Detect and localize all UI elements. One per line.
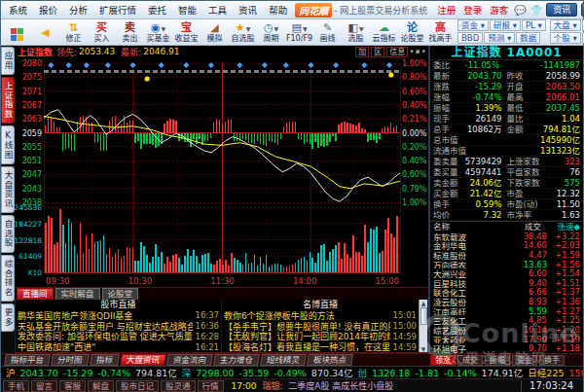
view-tab-板块热点[interactable]: 板块热点	[307, 354, 353, 366]
toolbar-button-资金[interactable]: 资金 ▾	[457, 19, 489, 31]
table-row[interactable]: 标准股份4.47+1.59	[430, 250, 583, 260]
sidebar-item-应用[interactable]: 应用	[1, 47, 15, 75]
col-price[interactable]: 成交	[505, 222, 541, 232]
status-link-留言[interactable]: 留言	[31, 380, 57, 392]
info-marker-icon[interactable]	[283, 62, 289, 68]
menu-item-委托[interactable]: 委托	[142, 3, 172, 17]
menu-item-智能[interactable]: 智能	[172, 3, 202, 17]
news-item[interactable]: 发改委答问: 加强环保电价监管 促进大气质量...16:28	[16, 332, 221, 342]
table-row[interactable]: 东软载波38.48+3.22	[430, 232, 583, 241]
correct-button[interactable]: ⇅修正	[59, 19, 88, 45]
info-marker-icon[interactable]	[333, 62, 339, 68]
menu-item-帮助[interactable]: 帮助	[263, 3, 293, 17]
sidebar-item-K线图[interactable]: K线图	[1, 125, 15, 164]
ranking-tab-换手[interactable]: 换手	[539, 355, 565, 366]
stock-picker-button[interactable]: ◧▼选股	[342, 19, 370, 45]
news-item[interactable]: 【无敌判官】让我们一起回顾2014年初的辉煌战...14:59	[222, 332, 419, 342]
chart-control-加[interactable]: 加	[355, 47, 369, 57]
watchlist-button[interactable]: ★▼自选股	[229, 19, 257, 45]
user-icon[interactable]: 👕	[530, 5, 542, 16]
info-marker-icon[interactable]	[105, 62, 111, 68]
ranking-header[interactable]: 名称成交涨速◆	[430, 221, 583, 232]
view-tab-主力增仓[interactable]: 主力增仓	[213, 354, 260, 366]
menu-item-资讯[interactable]: 资讯	[233, 3, 263, 17]
menu-item-报价[interactable]: 报价	[33, 3, 63, 17]
sidebar-item-更多[interactable]: 更多	[1, 303, 15, 332]
table-row[interactable]: 凌云股份8.93+1.36	[430, 297, 583, 306]
ranking-tab-成交[interactable]: 成交	[457, 355, 483, 366]
titlebar-button-资讯[interactable]: 资讯	[546, 3, 577, 17]
news-item[interactable]: 【股海名灯】看我直播是一种习惯，在这里，...14:59	[222, 341, 419, 352]
news-item[interactable]: 中国铁路加速"西进"16:21	[16, 341, 221, 352]
scroll-down-icon[interactable]: ▼	[421, 345, 426, 352]
toolbar-button-BBD[interactable]: BBD	[457, 32, 483, 44]
info-marker-icon[interactable]	[361, 62, 367, 68]
intraday-chart[interactable]: 20801.00%20750.80%20710.60%20670.40%2063…	[15, 57, 428, 276]
status-link-解盘[interactable]: 解盘	[88, 380, 114, 392]
shouyibao-button[interactable]: 宝收益宝	[172, 19, 201, 45]
scrollbar-thumb[interactable]	[420, 307, 427, 325]
simulate-button[interactable]: ◢模拟	[201, 19, 229, 45]
news-item[interactable]: 鹏华美国房地产领涨QDII基金16:37	[16, 310, 221, 321]
ranking-tab-振幅[interactable]: 振幅	[485, 355, 510, 366]
menu-item-扩展行情[interactable]: 扩展行情	[93, 3, 142, 17]
table-row[interactable]: 金利华电14.60+2.03	[430, 241, 583, 251]
account-link-游客[interactable]: 游客	[490, 3, 508, 17]
chart-control-区[interactable]: 区	[371, 47, 384, 57]
buy-fund-button[interactable]: ◉▼买基金	[144, 19, 172, 45]
f10-button[interactable]: ▤▼F10/F9	[285, 19, 313, 45]
table-row[interactable]: 亚太药业17.90+1.19	[430, 335, 583, 344]
table-row[interactable]: 综艺股份10.14+1.20	[430, 325, 583, 335]
account-link-登录[interactable]: 登录	[463, 3, 482, 17]
sidebar-item-大盘资讯[interactable]: 大盘资讯	[1, 166, 15, 213]
status-link-股市日记[interactable]: 股市日记	[116, 380, 159, 392]
col-change-sorted[interactable]: 涨速◆	[541, 222, 580, 232]
view-tab-大盘资讯[interactable]: 大盘资讯	[120, 354, 166, 366]
table-row[interactable]: 万向德农13.63+1.56	[430, 260, 583, 269]
toolbar-button-数据[interactable]: 数据	[516, 32, 540, 44]
menu-item-工具[interactable]: 工具	[202, 3, 233, 17]
chat-icon[interactable]: 💬	[514, 5, 526, 16]
view-tab-分时图[interactable]: 分时图	[51, 354, 89, 366]
view-tab-指标平台[interactable]: 指标平台	[4, 354, 51, 366]
status-link-行情[interactable]: 行情	[198, 380, 224, 392]
sidebar-item-上证指数[interactable]: 上证指数	[1, 77, 15, 124]
drawline-button[interactable]: ✎画线	[313, 19, 342, 45]
chart-control-icon[interactable]: ▾	[421, 48, 425, 55]
table-row[interactable]: 环旭电子9.70+1.18	[430, 343, 583, 353]
sidebar-item-综合排名[interactable]: 综合排名	[1, 255, 15, 302]
toolbar-button-个股[interactable]: 个股 ▾	[550, 32, 581, 44]
menu-item-分析[interactable]: 分析	[63, 3, 93, 17]
scroll-up-icon[interactable]: ▲	[421, 300, 426, 306]
cloud-indicator-button[interactable]: ☁云指标	[370, 19, 398, 45]
info-marker-icon[interactable]	[66, 62, 72, 68]
menu-item-系统[interactable]: 系统	[3, 3, 33, 17]
view-tab-资金流向[interactable]: 资金流向	[166, 354, 213, 366]
view-tab-短线精灵[interactable]: 短线精灵	[260, 354, 307, 366]
col-name[interactable]: 名称	[433, 222, 505, 232]
chart-control-icon[interactable]: ▪	[416, 48, 420, 55]
news-item[interactable]: 【杀手韦宁】想要牛股很简单! 没有真正的股...15:00	[222, 321, 419, 332]
toolbar-button-预测[interactable]: 预测 ▾	[484, 32, 515, 44]
status-link-客服[interactable]: 客服	[59, 380, 86, 392]
info-marker-icon[interactable]	[237, 62, 242, 68]
back-button[interactable]: ◀	[31, 19, 59, 45]
buy-button[interactable]: 买买入	[88, 19, 116, 45]
table-row[interactable]: 联合化工6.66+1.37	[430, 288, 583, 298]
period-button[interactable]: ◷▼周期	[257, 19, 285, 45]
status-link-股灵通[interactable]: 股灵通	[161, 380, 196, 392]
news-item[interactable]: 教你6个捉涨停板牛股的方法15:01	[222, 310, 419, 321]
chart-control-icon[interactable]: ▾	[410, 48, 414, 55]
app-grid-button[interactable]	[3, 19, 31, 45]
news-tab-实时解盘[interactable]: 实时解盘	[55, 288, 100, 300]
news-tab-直播间[interactable]: 直播间	[17, 288, 54, 300]
ranking-tab-领涨[interactable]: 领涨	[430, 355, 456, 366]
sidebar-item-自选股[interactable]: 自选股	[1, 215, 15, 253]
table-row[interactable]: 大洲兴业6.60+1.54	[430, 268, 583, 278]
news-tab-论股堂[interactable]: 论股堂	[102, 288, 139, 300]
table-row[interactable]: 江南高纤5.59+1.27	[430, 306, 583, 316]
account-link-注册[interactable]: 注册	[437, 3, 456, 17]
toolbar-button-研报[interactable]: 研报 ▾	[490, 19, 521, 31]
forum-button[interactable]: 论论股堂	[398, 19, 426, 45]
info-marker-icon[interactable]	[159, 62, 164, 68]
